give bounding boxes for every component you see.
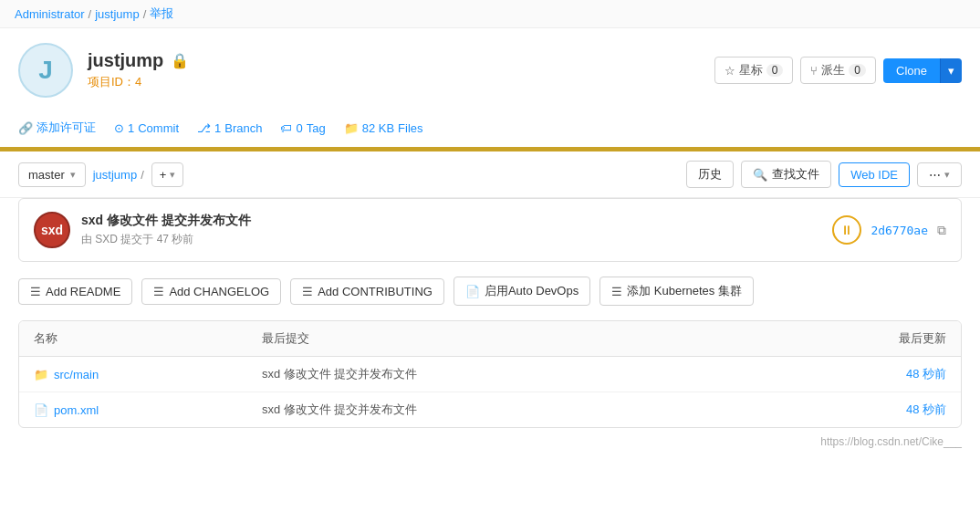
file-name-pomxml[interactable]: 📄 pom.xml — [34, 403, 262, 417]
more-options-button[interactable]: ⋯ ▾ — [917, 162, 962, 187]
page-footer: https://blog.csdn.net/Cike___ — [0, 428, 980, 455]
plus-icon: + — [160, 168, 167, 182]
fork-count: 0 — [849, 64, 866, 77]
fork-button[interactable]: ⑂ 派生 0 — [800, 57, 876, 84]
avatar: J — [18, 43, 73, 98]
commit-box: sxd sxd 修改文件 提交并发布文件 由 SXD 提交于 47 秒前 ⏸ 2… — [18, 198, 962, 262]
tag-count: 0 — [296, 121, 302, 135]
changelog-icon: ☰ — [153, 285, 164, 298]
file-updated-time: 48 秒前 — [837, 366, 946, 382]
repo-path-link[interactable]: justjump — [93, 168, 137, 182]
chevron-down-icon-3: ▾ — [944, 169, 950, 181]
file-size: 82 KB — [362, 121, 394, 135]
devops-icon: 📄 — [465, 285, 480, 298]
file-table: 名称 最后提交 最后更新 📁 src/main sxd 修改文件 提交并发布文件… — [18, 320, 962, 428]
breadcrumb-repo[interactable]: 举报 — [150, 5, 173, 22]
find-file-label: 查找文件 — [772, 166, 819, 183]
branch-icon: ⎇ — [197, 121, 211, 135]
more-icon: ⋯ — [929, 168, 941, 182]
branches-link[interactable]: ⎇ 1 Branch — [197, 121, 262, 135]
commit-title: sxd 修改文件 提交并发布文件 — [81, 213, 821, 229]
file-commit-msg: sxd 修改文件 提交并发布文件 — [262, 402, 837, 418]
col-commit-header: 最后提交 — [262, 330, 837, 347]
repo-header: J justjump 🔒 项目ID：4 ☆ 星标 0 ⑂ 派生 0 Clone … — [0, 28, 980, 112]
table-row: 📁 src/main sxd 修改文件 提交并发布文件 48 秒前 — [19, 357, 961, 392]
search-icon: 🔍 — [753, 168, 767, 182]
quick-actions: ☰ Add README ☰ Add CHANGELOG ☰ Add CONTR… — [0, 262, 980, 320]
history-button[interactable]: 历史 — [686, 161, 734, 188]
file-name-label: src/main — [54, 368, 99, 381]
watch-count: 0 — [766, 64, 784, 77]
repo-name: justjump — [88, 50, 163, 71]
file-label: Files — [398, 121, 422, 135]
add-changelog-label: Add CHANGELOG — [169, 285, 269, 298]
clone-dropdown-button[interactable]: ▾ — [940, 58, 962, 83]
commit-icon: ⊙ — [114, 121, 124, 135]
branch-count: 1 — [214, 121, 221, 135]
auto-devops-label: 启用Auto DevOps — [485, 283, 579, 299]
tags-link[interactable]: 🏷 0 Tag — [280, 121, 325, 135]
commit-count: 1 — [128, 121, 134, 135]
tag-icon: 🏷 — [280, 121, 292, 135]
file-updated-time: 48 秒前 — [837, 402, 946, 418]
repo-title-block: justjump 🔒 项目ID：4 — [88, 50, 700, 90]
commit-subtitle: 由 SXD 提交于 47 秒前 — [81, 232, 821, 247]
find-file-button[interactable]: 🔍 查找文件 — [741, 161, 831, 188]
commit-label: Commit — [138, 121, 179, 135]
stats-bar: 🔗 添加许可证 ⊙ 1 Commit ⎇ 1 Branch 🏷 0 Tag 📁 … — [0, 112, 980, 136]
branch-current: master — [28, 168, 65, 182]
lock-icon: 🔒 — [171, 52, 189, 69]
commits-link[interactable]: ⊙ 1 Commit — [114, 121, 179, 135]
breadcrumb-user[interactable]: justjump — [95, 7, 139, 21]
kubernetes-icon: ☰ — [611, 285, 622, 298]
file-icon: 📄 — [34, 403, 48, 417]
branch-toolbar: master ▾ justjump / + ▾ 历史 🔍 查找文件 Web ID… — [0, 151, 980, 198]
footer-url: https://blog.csdn.net/Cike___ — [820, 435, 962, 448]
fork-icon: ⑂ — [810, 64, 818, 78]
auto-devops-button[interactable]: 📄 启用Auto DevOps — [454, 277, 590, 306]
fork-label: 派生 — [821, 62, 845, 78]
commit-hash[interactable]: 2d6770ae — [871, 224, 928, 237]
repo-actions: ☆ 星标 0 ⑂ 派生 0 Clone ▾ — [714, 57, 962, 84]
col-updated-header: 最后更新 — [837, 330, 946, 347]
license-link[interactable]: 🔗 添加许可证 — [18, 120, 96, 136]
copy-icon[interactable]: ⧉ — [937, 223, 946, 238]
watch-label: 星标 — [739, 62, 763, 78]
folder-icon: 📁 — [34, 368, 48, 381]
pipeline-status-icon[interactable]: ⏸ — [832, 215, 861, 245]
kubernetes-label: 添加 Kubernetes 集群 — [627, 283, 742, 299]
web-ide-button[interactable]: Web IDE — [839, 162, 910, 187]
commit-avatar: sxd — [34, 212, 70, 248]
add-readme-button[interactable]: ☰ Add README — [18, 278, 132, 305]
breadcrumb-admin[interactable]: Administrator — [15, 7, 85, 21]
add-changelog-button[interactable]: ☰ Add CHANGELOG — [141, 278, 281, 305]
table-row: 📄 pom.xml sxd 修改文件 提交并发布文件 48 秒前 — [19, 392, 961, 427]
col-name-header: 名称 — [34, 330, 262, 347]
file-commit-msg: sxd 修改文件 提交并发布文件 — [262, 366, 837, 382]
add-readme-label: Add README — [46, 285, 120, 298]
file-table-header: 名称 最后提交 最后更新 — [19, 321, 961, 357]
tag-label: Tag — [307, 121, 326, 135]
chevron-down-icon-2: ▾ — [170, 169, 175, 181]
readme-icon: ☰ — [30, 285, 41, 298]
add-contributing-label: Add CONTRIBUTING — [318, 285, 433, 298]
star-icon: ☆ — [725, 64, 735, 78]
clone-main-button[interactable]: Clone — [883, 58, 940, 83]
license-icon: 🔗 — [18, 121, 33, 135]
branch-selector[interactable]: master ▾ — [18, 162, 86, 187]
contributing-icon: ☰ — [302, 285, 313, 298]
branch-label: Branch — [224, 121, 262, 135]
repo-project-id: 项目ID：4 — [88, 74, 700, 90]
chevron-down-icon: ▾ — [70, 169, 76, 181]
watch-button[interactable]: ☆ 星标 0 — [714, 57, 794, 84]
breadcrumb: Administrator / justjump / 举报 — [0, 0, 980, 28]
files-link[interactable]: 📁 82 KB Files — [344, 121, 423, 135]
file-name-srcmain[interactable]: 📁 src/main — [34, 368, 262, 381]
repo-path: justjump / — [93, 168, 144, 182]
kubernetes-button[interactable]: ☰ 添加 Kubernetes 集群 — [599, 277, 754, 306]
file-name-label: pom.xml — [54, 403, 99, 417]
add-contributing-button[interactable]: ☰ Add CONTRIBUTING — [290, 278, 444, 305]
add-file-button[interactable]: + ▾ — [151, 162, 184, 187]
clone-button-group: Clone ▾ — [883, 58, 962, 83]
files-icon: 📁 — [344, 121, 359, 135]
